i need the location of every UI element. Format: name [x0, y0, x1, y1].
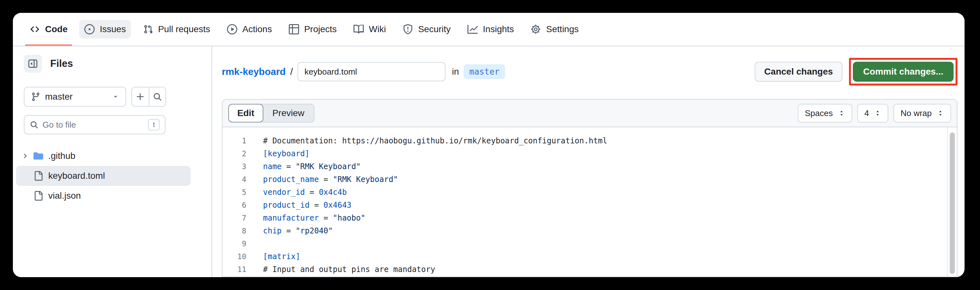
book-icon — [353, 24, 364, 35]
in-label: in — [452, 67, 459, 77]
code-line[interactable]: 10[matrix] — [223, 250, 957, 263]
tree-item-vial.json[interactable]: vial.json — [16, 186, 191, 206]
code-line[interactable]: 2[keyboard] — [223, 147, 957, 160]
editor-header: rmk-keyboard / in master Cancel changes … — [212, 46, 964, 99]
line-number: 4 — [223, 173, 246, 186]
tree-item-keyboard.toml[interactable]: keyboard.toml — [16, 166, 191, 186]
line-number: 1 — [223, 135, 246, 147]
go-to-file-input[interactable] — [43, 120, 144, 130]
line-content: product_id = 0x4643 — [246, 199, 352, 212]
line-content: [matrix] — [246, 250, 301, 263]
unfold-icon — [937, 109, 944, 117]
tab-label: Security — [418, 24, 451, 35]
tab-actions[interactable]: Actions — [219, 13, 280, 46]
code-line[interactable]: 12input_pins = ["PIN_6", "PIN_7", "PIN_8… — [223, 276, 957, 276]
gear-icon — [531, 24, 541, 35]
code-line[interactable]: 4product_name = "RMK Keyboard" — [223, 173, 957, 186]
shield-icon — [403, 24, 413, 35]
line-content: [keyboard] — [246, 147, 310, 160]
file-editor: Edit Preview Spaces4No wrap 1# Documenta… — [222, 99, 958, 277]
scrollbar-thumb[interactable] — [950, 133, 955, 274]
tab-preview[interactable]: Preview — [263, 105, 314, 122]
wrap-mode-select[interactable]: No wrap — [893, 104, 951, 122]
line-number: 12 — [223, 276, 246, 276]
tab-code[interactable]: Code — [21, 13, 76, 46]
editor-scrollbar[interactable] — [947, 127, 957, 276]
sidebar-collapse-icon — [28, 59, 38, 69]
shortcut-key-badge: t — [148, 119, 160, 130]
search-icon — [153, 92, 162, 101]
tab-pull-requests[interactable]: Pull requests — [134, 13, 219, 46]
branch-selector[interactable]: master — [24, 87, 126, 107]
code-line[interactable]: 11# Input and output pins are mandatory — [223, 263, 957, 276]
code-line[interactable]: 6product_id = 0x4643 — [223, 199, 957, 212]
tab-pill: Issues — [79, 20, 131, 39]
breadcrumb: rmk-keyboard / in master — [222, 62, 505, 81]
line-number: 11 — [223, 263, 246, 276]
tab-pill: Security — [398, 20, 456, 39]
select-value: 4 — [864, 108, 869, 118]
repo-link[interactable]: rmk-keyboard — [222, 66, 286, 77]
indent-mode-select[interactable]: Spaces — [798, 104, 852, 122]
files-title: Files — [50, 58, 73, 70]
search-files-button[interactable] — [149, 87, 165, 106]
line-content: # Documentation: https://haobogu.github.… — [246, 135, 607, 147]
tab-issues[interactable]: Issues — [76, 13, 134, 46]
tab-wiki[interactable]: Wiki — [345, 13, 395, 46]
code-line[interactable]: 8chip = "rp2040" — [223, 224, 957, 237]
chevron-right-icon[interactable] — [21, 152, 30, 160]
select-value: No wrap — [900, 108, 932, 118]
graph-icon — [468, 24, 478, 35]
new-file-button[interactable] — [132, 87, 149, 106]
tab-label: Settings — [546, 24, 579, 35]
tree-item-label: keyboard.toml — [48, 171, 105, 181]
line-content: manufacturer = "haobo" — [246, 212, 365, 224]
table-icon — [289, 24, 299, 35]
tab-security[interactable]: Security — [395, 13, 459, 46]
tab-pill: Insights — [462, 20, 519, 39]
branch-row: master — [24, 87, 202, 107]
editor-controls: Spaces4No wrap — [798, 104, 951, 122]
line-content: # Input and output pins are mandatory — [246, 263, 435, 276]
line-number: 2 — [223, 147, 246, 160]
edit-preview-tabs: Edit Preview — [228, 104, 315, 122]
line-number: 9 — [223, 237, 246, 250]
code-line[interactable]: 9 — [223, 237, 957, 250]
indent-size-select[interactable]: 4 — [858, 104, 888, 122]
tab-pill: Code — [24, 20, 73, 39]
commit-changes-button[interactable]: Commit changes... — [853, 62, 954, 82]
code-line[interactable]: 3name = "RMK Keyboard" — [223, 160, 957, 173]
file-icon — [33, 171, 43, 181]
tab-insights[interactable]: Insights — [459, 13, 522, 46]
file-tree: .githubkeyboard.tomlvial.json — [16, 146, 202, 206]
code-line[interactable]: 1# Documentation: https://haobogu.github… — [223, 135, 957, 147]
code-line[interactable]: 5vendor_id = 0x4c4b — [223, 186, 957, 199]
unfold-icon — [838, 109, 845, 117]
tab-pill: Settings — [525, 20, 584, 39]
cancel-changes-button[interactable]: Cancel changes — [755, 62, 843, 82]
tab-pill: Wiki — [348, 20, 391, 39]
app-window: CodeIssuesPull requestsActionsProjectsWi… — [13, 13, 964, 277]
tab-pill: Projects — [284, 20, 342, 39]
tab-edit[interactable]: Edit — [228, 104, 263, 122]
tab-settings[interactable]: Settings — [522, 13, 587, 46]
header-actions: Cancel changes Commit changes... — [755, 58, 958, 86]
line-content: input_pins = ["PIN_6", "PIN_7", "PIN_8",… — [246, 276, 491, 276]
tab-projects[interactable]: Projects — [280, 13, 345, 46]
code-line[interactable]: 7manufacturer = "haobo" — [223, 212, 957, 224]
line-number: 8 — [223, 224, 246, 237]
chevron-down-icon — [112, 93, 119, 100]
tab-label: Actions — [242, 24, 272, 35]
line-number: 10 — [223, 250, 246, 263]
branch-name: master — [45, 92, 108, 102]
collapse-sidebar-button[interactable] — [24, 55, 42, 73]
line-number: 7 — [223, 212, 246, 224]
tab-pill: Pull requests — [137, 20, 215, 39]
code-lines[interactable]: 1# Documentation: https://haobogu.github… — [223, 127, 957, 276]
tab-label: Projects — [304, 24, 337, 35]
tree-item-label: .github — [48, 151, 75, 161]
code-area[interactable]: 1# Documentation: https://haobogu.github… — [223, 127, 957, 276]
tree-item-.github[interactable]: .github — [16, 146, 191, 166]
line-content — [246, 237, 263, 250]
filename-input[interactable] — [298, 62, 445, 81]
